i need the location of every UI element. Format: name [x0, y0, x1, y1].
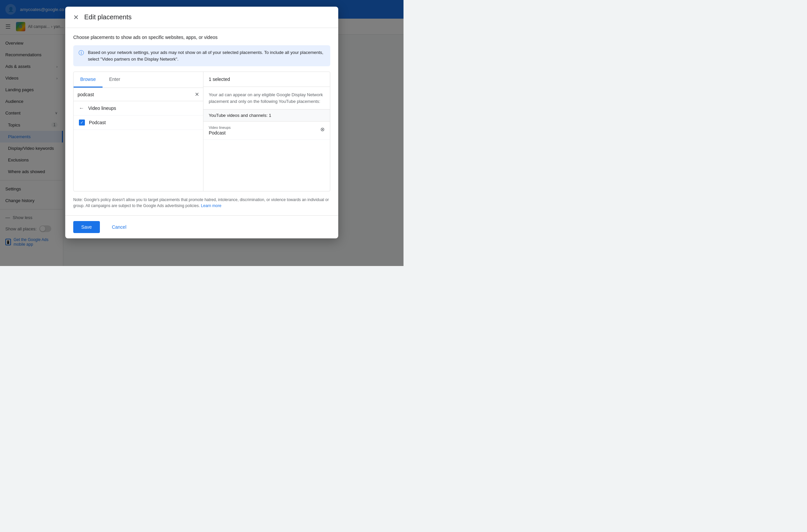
modal-footer: Save Cancel — [65, 215, 338, 239]
modal-header: ✕ Edit placements — [65, 7, 338, 28]
search-clear-icon[interactable]: ✕ — [195, 91, 199, 97]
learn-more-link[interactable]: Learn more — [201, 204, 222, 208]
close-icon[interactable]: ✕ — [73, 14, 79, 21]
search-row: ✕ — [74, 88, 203, 101]
browse-column: Browse Enter ✕ ← Video lineups — [74, 72, 204, 191]
yt-section-header: YouTube videos and channels: 1 — [204, 110, 330, 121]
modal-overlay: ✕ Edit placements Choose placements to s… — [0, 0, 404, 266]
remove-item-icon[interactable]: ⊗ — [320, 126, 325, 133]
selected-item-details: Video lineups Podcast — [209, 126, 231, 135]
modal-title: Edit placements — [84, 13, 132, 21]
podcast-checkbox[interactable]: ✓ — [79, 119, 85, 126]
right-info-text: Your ad can appear on any eligible Googl… — [204, 87, 330, 110]
selected-count: 1 selected — [204, 72, 330, 87]
save-button[interactable]: Save — [73, 221, 100, 233]
modal-body: Choose placements to show ads on specifi… — [65, 28, 338, 215]
back-label: Video lineups — [88, 106, 116, 111]
modal-subtitle: Choose placements to show ads on specifi… — [73, 35, 330, 40]
back-arrow-icon: ← — [79, 105, 84, 111]
search-input[interactable] — [78, 92, 192, 97]
selected-podcast-item: Video lineups Podcast ⊗ — [204, 121, 330, 140]
selected-column: 1 selected Your ad can appear on any eli… — [204, 72, 330, 191]
selected-item-name: Podcast — [209, 130, 231, 135]
podcast-label: Podcast — [89, 120, 106, 125]
tab-enter[interactable]: Enter — [102, 72, 127, 88]
info-banner-text: Based on your network settings, your ads… — [88, 49, 325, 62]
edit-placements-modal: ✕ Edit placements Choose placements to s… — [65, 7, 338, 239]
tab-browse[interactable]: Browse — [74, 72, 102, 88]
info-banner: ⓘ Based on your network settings, your a… — [73, 45, 330, 66]
tab-bar: Browse Enter — [74, 72, 203, 88]
selected-item-meta: Video lineups — [209, 126, 231, 130]
cancel-button[interactable]: Cancel — [104, 221, 134, 233]
placement-browser: Browse Enter ✕ ← Video lineups — [73, 72, 330, 191]
policy-note: Note: Google's policy doesn't allow you … — [73, 197, 330, 209]
back-button-row[interactable]: ← Video lineups — [74, 101, 203, 115]
podcast-item[interactable]: ✓ Podcast — [74, 115, 203, 130]
info-circle-icon: ⓘ — [79, 50, 84, 57]
